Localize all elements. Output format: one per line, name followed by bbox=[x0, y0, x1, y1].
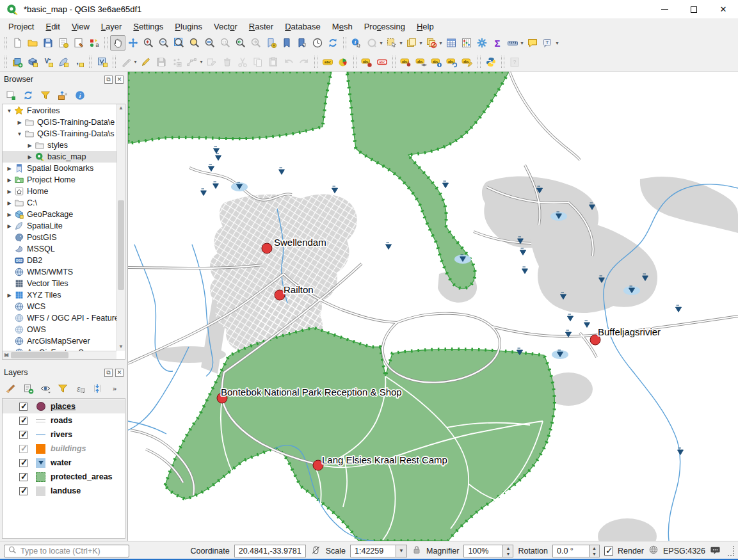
minimize-button[interactable] bbox=[650, 0, 679, 19]
coordinate-input[interactable]: 20.4841,-33.9781 bbox=[234, 545, 306, 557]
browser-item-qgis-training-data-s[interactable]: ▼QGIS-Training-Data\s bbox=[3, 128, 116, 140]
locate-search-input[interactable]: Type to locate (Ctrl+K) bbox=[4, 545, 129, 557]
layer-row-water[interactable]: ✓water bbox=[3, 456, 125, 470]
layer-labeling-options-button[interactable]: abc bbox=[320, 54, 335, 70]
toolbar-grip[interactable] bbox=[104, 37, 108, 49]
text-annotation-button[interactable]: T bbox=[540, 35, 556, 51]
messages-icon[interactable] bbox=[710, 545, 721, 557]
add-vector-layer-button[interactable]: V bbox=[40, 54, 56, 70]
menu-vector[interactable]: Vector bbox=[208, 20, 243, 33]
add-group-button[interactable] bbox=[22, 382, 35, 395]
filter-legend-button[interactable] bbox=[56, 382, 69, 395]
toolbar-grip[interactable] bbox=[113, 56, 116, 68]
select-by-value-button[interactable] bbox=[404, 35, 419, 51]
highlight-pinned-labels-button[interactable]: abc bbox=[374, 54, 390, 70]
map-tips-button[interactable] bbox=[525, 35, 540, 51]
zoom-to-selection-button[interactable] bbox=[187, 35, 202, 51]
add-selected-layer-button[interactable] bbox=[4, 89, 17, 102]
extents-toggle-icon[interactable] bbox=[310, 545, 321, 557]
python-console-button[interactable] bbox=[483, 54, 499, 70]
menu-plugins[interactable]: Plugins bbox=[169, 20, 208, 33]
tree-expand-arrow[interactable]: ▶ bbox=[26, 143, 34, 148]
browser-item-styles[interactable]: ▶styles bbox=[3, 140, 116, 151]
refresh-map-button[interactable] bbox=[325, 35, 341, 51]
tree-expand-arrow[interactable]: ▶ bbox=[5, 189, 13, 195]
browser-item-spatial-bookmarks[interactable]: ▶Spatial Bookmarks bbox=[3, 163, 116, 174]
new-spatial-bookmark-button[interactable] bbox=[264, 35, 279, 51]
menu-raster[interactable]: Raster bbox=[243, 20, 279, 33]
change-label-properties-button[interactable]: abc bbox=[429, 54, 444, 70]
save-project-button[interactable] bbox=[40, 35, 56, 51]
magnifier-spinbox[interactable]: 100% ▲▼ bbox=[463, 545, 513, 557]
layer-row-landuse[interactable]: ✓landuse bbox=[3, 484, 125, 498]
browser-item-home[interactable]: ▶Home bbox=[3, 186, 116, 197]
scale-dropdown-arrow[interactable]: ▼ bbox=[396, 545, 407, 557]
browser-horizontal-scrollbar[interactable]: ◀ ▶ bbox=[3, 351, 116, 359]
field-calculator-button[interactable] bbox=[459, 35, 474, 51]
tree-expand-arrow[interactable]: ▼ bbox=[5, 108, 13, 114]
menu-edit[interactable]: Edit bbox=[40, 20, 65, 33]
layer-visibility-checkbox[interactable]: ✓ bbox=[19, 473, 28, 481]
layers-float-button[interactable]: ⧉ bbox=[104, 369, 113, 377]
browser-item-basic-map[interactable]: ▶basic_map bbox=[3, 151, 116, 163]
resize-grip[interactable] bbox=[728, 546, 734, 556]
layer-visibility-checkbox[interactable]: ✓ bbox=[19, 417, 28, 425]
browser-item-c-[interactable]: ▶C:\ bbox=[3, 197, 116, 209]
show-bookmark-manager-button[interactable] bbox=[294, 35, 310, 51]
layer-diagram-options-button[interactable] bbox=[335, 54, 351, 70]
lock-scale-icon[interactable] bbox=[412, 545, 422, 557]
tree-expand-arrow[interactable]: ▶ bbox=[5, 292, 13, 298]
scale-combo[interactable]: 1:42259 ▼ bbox=[350, 545, 407, 557]
rotation-spinbox[interactable]: 0.0 ° ▲▼ bbox=[552, 545, 600, 557]
toolbar-grip[interactable] bbox=[89, 56, 92, 68]
add-spatialite-layer-button[interactable] bbox=[56, 54, 71, 70]
layer-row-protected_areas[interactable]: ✓protected_areas bbox=[3, 470, 125, 484]
statistical-summary-button[interactable]: Σ bbox=[490, 35, 505, 51]
tree-expand-arrow[interactable]: ▶ bbox=[5, 177, 13, 183]
expand-collapse-all-button[interactable] bbox=[91, 382, 104, 395]
tree-expand-arrow[interactable]: ▶ bbox=[15, 120, 24, 125]
browser-item-wms-wmts[interactable]: WMS/WMTS bbox=[3, 266, 116, 278]
zoom-to-layer-button[interactable] bbox=[202, 35, 218, 51]
browser-item-mssql[interactable]: MSSQL bbox=[3, 243, 116, 255]
manage-map-themes-button[interactable] bbox=[39, 382, 52, 395]
collapse-all-button[interactable] bbox=[56, 89, 69, 102]
new-project-button[interactable] bbox=[10, 35, 25, 51]
layer-visibility-checkbox[interactable]: ✓ bbox=[19, 487, 28, 495]
browser-float-button[interactable]: ⧉ bbox=[104, 76, 113, 84]
browser-item-vector-tiles[interactable]: Vector Tiles bbox=[3, 278, 116, 289]
browser-item-favorites[interactable]: ▼Favorites bbox=[3, 105, 116, 116]
show-hide-labels-button[interactable]: abc bbox=[413, 54, 429, 70]
select-features-dropdown-arrow[interactable]: ▾ bbox=[398, 40, 404, 46]
add-delimited-text-layer-button[interactable]: , bbox=[71, 54, 86, 70]
pin-unpin-labels-button[interactable]: abc bbox=[359, 54, 374, 70]
menu-help[interactable]: Help bbox=[411, 20, 440, 33]
browser-item-xyz-tiles[interactable]: ▶XYZ Tiles bbox=[3, 289, 116, 301]
layer-visibility-checkbox[interactable]: ✓ bbox=[19, 459, 28, 467]
select-by-value-dropdown-arrow[interactable]: ▾ bbox=[418, 40, 424, 46]
menu-mesh[interactable]: Mesh bbox=[326, 20, 358, 33]
processing-toolbox-button[interactable] bbox=[474, 35, 490, 51]
text-annotation-dropdown-arrow[interactable]: ▾ bbox=[554, 40, 560, 46]
browser-close-button[interactable]: ✕ bbox=[115, 76, 124, 84]
zoom-in-button[interactable] bbox=[141, 35, 156, 51]
close-button[interactable]: ✕ bbox=[709, 0, 738, 19]
menu-layer[interactable]: Layer bbox=[95, 20, 128, 33]
layer-visibility-checkbox[interactable]: ✓ bbox=[19, 445, 28, 453]
open-layer-styling-button[interactable] bbox=[4, 382, 17, 395]
browser-vertical-scrollbar[interactable]: ▲ ▼ bbox=[116, 104, 125, 351]
edit-label-button[interactable]: abc bbox=[460, 54, 475, 70]
menu-settings[interactable]: Settings bbox=[127, 20, 169, 33]
deselect-features-dropdown-arrow[interactable]: ▾ bbox=[438, 40, 444, 46]
browser-item-project-home[interactable]: ▶Project Home bbox=[3, 174, 116, 186]
toolbar-grip[interactable] bbox=[4, 37, 7, 49]
layer-visibility-checkbox[interactable]: ✓ bbox=[19, 431, 28, 439]
maximize-button[interactable] bbox=[679, 0, 709, 19]
toolbar-grip[interactable] bbox=[343, 37, 346, 49]
browser-item-qgis-training-data-e[interactable]: ▶QGIS-Training-Data\e bbox=[3, 116, 116, 128]
browser-item-spatialite[interactable]: ▶SpatiaLite bbox=[3, 220, 116, 232]
tree-expand-arrow[interactable]: ▶ bbox=[5, 200, 13, 206]
more-tools-button[interactable]: » bbox=[108, 382, 121, 395]
epsg-status[interactable]: EPSG:4326 bbox=[663, 547, 705, 556]
add-raster-layer-button[interactable] bbox=[25, 54, 40, 70]
